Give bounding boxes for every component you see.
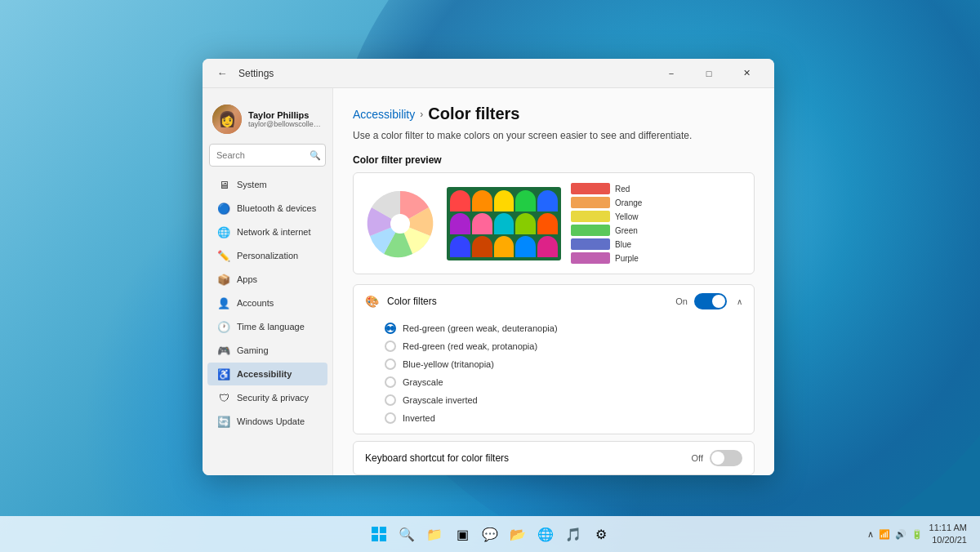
chat-button[interactable]: 💬 — [479, 523, 501, 545]
avatar-image: 👩 — [212, 105, 242, 134]
color-photo — [447, 187, 561, 260]
settings-taskbar-button[interactable]: ⚙ — [590, 523, 612, 545]
back-button[interactable]: ← — [212, 64, 232, 83]
maximize-button[interactable]: □ — [691, 60, 727, 87]
accessibility-icon: ♿ — [217, 367, 230, 381]
nav-item-gaming[interactable]: 🎮 Gaming — [207, 339, 327, 362]
taskbar-center: 🔍 📁 ▣ 💬 📂 🌐 🎵 ⚙ — [368, 523, 612, 545]
radio-blue-yellow[interactable]: Blue-yellow (tritanopia) — [385, 358, 742, 370]
color-filter-preview: Red Orange Yellow Green — [353, 172, 755, 274]
nav-item-network[interactable]: 🌐 Network & internet — [207, 220, 327, 243]
user-profile[interactable]: 👩 Taylor Phillips taylor@bellowscollege.… — [203, 95, 332, 140]
taskbar: 🔍 📁 ▣ 💬 📂 🌐 🎵 ⚙ ∧ 📶 🔊 🔋 11:11 AM 10/20/2… — [0, 516, 980, 552]
color-filters-toggle[interactable] — [694, 293, 727, 309]
main-content: Accessibility › Color filters Use a colo… — [333, 88, 774, 475]
close-button[interactable]: ✕ — [728, 60, 764, 87]
swatch-blue-block — [571, 238, 610, 250]
swatch-red: Red — [571, 183, 744, 194]
apps-icon: 📦 — [217, 273, 230, 286]
color-swatches: Red Orange Yellow Green — [571, 183, 744, 264]
system-tray: ∧ 📶 🔊 🔋 — [867, 529, 923, 540]
radio-red-green-prot[interactable]: Red-green (red weak, protanopia) — [385, 341, 742, 352]
breadcrumb-parent[interactable]: Accessibility — [353, 108, 415, 121]
swatch-green: Green — [571, 225, 744, 236]
avatar: 👩 — [212, 105, 242, 134]
taskbar-right: ∧ 📶 🔊 🔋 11:11 AM 10/20/21 — [867, 522, 967, 547]
nav-item-apps[interactable]: 📦 Apps — [207, 268, 327, 291]
swatch-blue: Blue — [571, 238, 744, 250]
page-title: Color filters — [428, 105, 519, 123]
system-icon: 🖥 — [217, 178, 230, 191]
preview-label: Color filter preview — [353, 154, 755, 166]
svg-rect-5 — [380, 535, 386, 541]
color-filters-status: On — [675, 296, 688, 306]
swatch-green-block — [571, 225, 610, 236]
swatch-purple-block — [571, 252, 610, 264]
breadcrumb-separator: › — [420, 109, 423, 120]
accounts-icon: 👤 — [217, 296, 230, 309]
personalization-icon: ✏️ — [217, 249, 230, 262]
radio-red-green-deut[interactable]: Red-green (green weak, deuteranopia) — [385, 323, 742, 334]
taskbar-date-display: 10/20/21 — [929, 534, 967, 546]
sidebar-search[interactable]: 🔍 — [209, 144, 326, 167]
radio-circle-deut — [385, 323, 396, 334]
nav-item-bluetooth[interactable]: 🔵 Bluetooth & devices — [207, 197, 327, 220]
file-explorer-button[interactable]: 📁 — [423, 523, 446, 545]
window-controls: − □ ✕ — [653, 60, 764, 87]
search-icon: 🔍 — [310, 150, 321, 161]
radio-grayscale[interactable]: Grayscale — [385, 376, 742, 388]
music-button[interactable]: 🎵 — [562, 523, 585, 545]
nav-item-personalization[interactable]: ✏️ Personalization — [207, 244, 327, 267]
window-title: Settings — [238, 68, 274, 79]
update-icon: 🔄 — [217, 415, 230, 428]
title-bar: ← Settings − □ ✕ — [203, 59, 774, 88]
search-taskbar-button[interactable]: 🔍 — [395, 523, 418, 545]
snap-layouts-button[interactable]: ▣ — [451, 523, 474, 545]
color-filters-section: 🎨 Color filters On ∧ Red-green (green we… — [353, 284, 755, 434]
search-input[interactable] — [209, 144, 326, 167]
swatch-orange-block — [571, 197, 610, 208]
radio-circle-inv — [385, 412, 396, 424]
network-icon: 🌐 — [217, 225, 230, 238]
browser-button[interactable]: 🌐 — [534, 523, 557, 545]
svg-rect-3 — [380, 527, 386, 533]
svg-rect-2 — [372, 527, 378, 533]
radio-circle-gray — [385, 376, 396, 388]
sidebar: 👩 Taylor Phillips taylor@bellowscollege.… — [203, 88, 333, 475]
color-filters-icon: 🎨 — [365, 295, 379, 308]
wifi-icon[interactable]: 📶 — [879, 529, 890, 540]
page-description: Use a color filter to make colors on you… — [353, 130, 755, 141]
nav-item-update[interactable]: 🔄 Windows Update — [207, 410, 327, 433]
minimize-button[interactable]: − — [653, 60, 689, 87]
swatch-red-block — [571, 183, 610, 194]
nav-item-system[interactable]: 🖥 System — [207, 173, 327, 196]
chevron-up-icon[interactable]: ∧ — [867, 529, 874, 540]
speaker-icon[interactable]: 🔊 — [895, 529, 906, 540]
folders-button[interactable]: 📂 — [506, 523, 529, 545]
swatch-purple: Purple — [571, 252, 744, 264]
user-name: Taylor Phillips — [248, 110, 323, 120]
radio-grayscale-inverted[interactable]: Grayscale inverted — [385, 394, 742, 406]
nav-item-accounts[interactable]: 👤 Accounts — [207, 292, 327, 314]
radio-options: Red-green (green weak, deuteranopia) Red… — [354, 318, 754, 434]
svg-rect-4 — [372, 535, 378, 541]
keyboard-shortcut-toggle[interactable] — [710, 450, 742, 466]
time-icon: 🕐 — [217, 320, 230, 333]
nav-item-accessibility[interactable]: ♿ Accessibility — [207, 363, 327, 385]
nav-item-security[interactable]: 🛡 Security & privacy — [207, 386, 327, 409]
radio-circle-blue — [385, 358, 396, 370]
radio-inverted[interactable]: Inverted — [385, 412, 742, 424]
gaming-icon: 🎮 — [217, 344, 230, 357]
nav-item-time[interactable]: 🕐 Time & language — [207, 315, 327, 338]
svg-point-1 — [390, 214, 410, 234]
breadcrumb: Accessibility › Color filters — [353, 105, 755, 123]
expand-icon[interactable]: ∧ — [737, 297, 742, 306]
color-filters-toggle-row[interactable]: 🎨 Color filters On ∧ — [354, 285, 754, 318]
battery-icon[interactable]: 🔋 — [911, 529, 923, 540]
keyboard-shortcut-status: Off — [692, 453, 703, 463]
start-button[interactable] — [368, 523, 390, 545]
taskbar-clock[interactable]: 11:11 AM 10/20/21 — [929, 522, 967, 547]
bluetooth-icon: 🔵 — [217, 202, 230, 215]
radio-circle-gray-inv — [385, 394, 396, 406]
security-icon: 🛡 — [217, 391, 230, 404]
